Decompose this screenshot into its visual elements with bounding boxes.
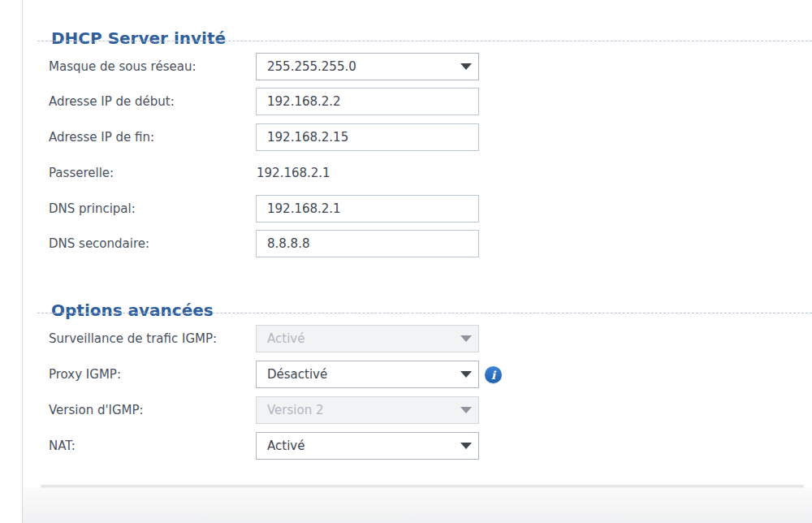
ip-end-input[interactable] [256,123,479,151]
igmp-snooping-value: Activé [257,331,304,346]
chevron-down-icon [460,443,472,449]
chevron-down-icon [460,371,472,378]
section-title-dhcp-server: DHCP Server invité [51,28,226,48]
footer-divider [41,485,804,487]
igmp-proxy-label: Proxy IGMP: [49,367,256,382]
ip-start-input[interactable] [256,88,479,115]
igmp-version-label: Version d'IGMP: [49,403,256,417]
subnet-mask-label: Masque de sous réseau: [49,59,256,74]
primary-dns-input[interactable] [256,195,479,223]
field-row-gateway: Passerelle: 192.168.2.1 [49,159,812,187]
section-divider [37,41,812,41]
primary-dns-label: DNS principal: [49,201,256,216]
field-row-ip-start: Adresse IP de début: [49,88,812,115]
panel-left-border [22,0,23,523]
igmp-proxy-value: Désactivé [257,367,327,382]
field-row-subnet-mask: Masque de sous réseau: 255.255.255.0 [49,53,812,80]
nat-select[interactable]: Activé [256,432,479,460]
subnet-mask-value: 255.255.255.0 [257,59,356,74]
nat-value: Activé [257,439,304,453]
igmp-snooping-label: Surveillance de trafic IGMP: [49,331,256,346]
gateway-label: Passerelle: [49,166,256,180]
field-row-secondary-dns: DNS secondaire: [49,230,812,257]
igmp-snooping-select: Activé [256,325,479,352]
section-title-advanced-options: Options avancées [51,300,214,320]
chevron-down-icon [460,335,472,342]
panel-footer [23,487,812,523]
secondary-dns-label: DNS secondaire: [49,236,256,251]
chevron-down-icon [460,63,472,70]
field-row-nat: NAT: Activé [49,432,812,460]
field-row-primary-dns: DNS principal: [49,195,812,223]
field-row-igmp-version: Version d'IGMP: Version 2 [49,396,812,424]
chevron-down-icon [460,407,472,413]
igmp-version-value: Version 2 [257,403,323,417]
field-row-ip-end: Adresse IP de fin: [49,123,812,151]
ip-start-label: Adresse IP de début: [49,94,256,109]
section-divider [37,313,812,313]
field-row-igmp-snooping: Surveillance de trafic IGMP: Activé [49,325,812,352]
nat-label: NAT: [49,439,256,453]
ip-end-label: Adresse IP de fin: [49,130,256,145]
igmp-proxy-select[interactable]: Désactivé [256,361,479,388]
secondary-dns-input[interactable] [256,230,479,257]
subnet-mask-select[interactable]: 255.255.255.0 [256,53,479,80]
gateway-value: 192.168.2.1 [256,166,330,180]
igmp-version-select: Version 2 [256,396,479,424]
field-row-igmp-proxy: Proxy IGMP: Désactivé [49,361,812,388]
info-icon[interactable]: i [485,366,502,383]
